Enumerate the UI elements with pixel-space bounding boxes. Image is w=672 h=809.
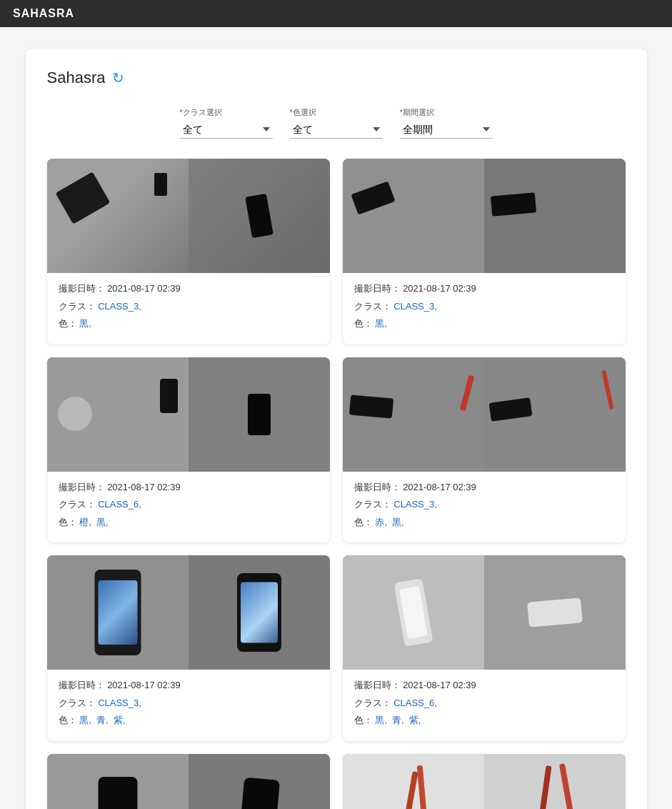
card-2-color-label: 色：: [354, 318, 373, 329]
card-5-class-value[interactable]: CLASS_3,: [98, 698, 141, 708]
color-filter-select[interactable]: 全て 黒 橙 赤 青 紫: [290, 121, 383, 139]
card-6-images: [343, 555, 626, 670]
card-3-image-left: [47, 357, 189, 472]
card-1-info: 撮影日時： 2021-08-17 02:39 クラス： CLASS_3, 色： …: [47, 273, 330, 344]
card-5-info: 撮影日時： 2021-08-17 02:39 クラス： CLASS_3, 色： …: [47, 670, 330, 741]
card-6-class-value[interactable]: CLASS_6,: [393, 698, 437, 708]
card-4-class-row: クラス： CLASS_3,: [354, 497, 614, 512]
card-6-color-row: 色： 黒, 青, 紫,: [354, 713, 614, 728]
card-4-color-red[interactable]: 赤,: [375, 517, 387, 527]
cards-grid: 撮影日時： 2021-08-17 02:39 クラス： CLASS_3, 色： …: [47, 159, 626, 809]
card-1-color-row: 色： 黒,: [59, 317, 319, 331]
card-4-color-label: 色：: [354, 517, 373, 527]
main-container: Sahasra ↻ *クラス選択 全て CLASS_3 CLASS_6 *色選択…: [26, 49, 647, 809]
card-5[interactable]: 撮影日時： 2021-08-17 02:39 クラス： CLASS_3, 色： …: [47, 555, 330, 741]
card-2-class-row: クラス： CLASS_3,: [354, 299, 614, 314]
card-3-color-label: 色：: [59, 517, 77, 527]
card-4-info: 撮影日時： 2021-08-17 02:39 クラス： CLASS_3, 色： …: [343, 472, 626, 543]
card-1-datetime: 2021-08-17 02:39: [107, 283, 181, 294]
color-filter-group: *色選択 全て 黒 橙 赤 青 紫: [290, 107, 383, 139]
card-3-class-label: クラス：: [59, 499, 96, 510]
card-7-image-right: [189, 754, 330, 810]
card-4-image-left: [343, 357, 484, 472]
card-5-datetime: 2021-08-17 02:39: [107, 680, 181, 690]
card-1-images: [47, 159, 330, 273]
card-4-class-value[interactable]: CLASS_3,: [393, 499, 437, 510]
card-1[interactable]: 撮影日時： 2021-08-17 02:39 クラス： CLASS_3, 色： …: [47, 159, 330, 344]
card-6-datetime: 2021-08-17 02:39: [403, 680, 476, 690]
card-4-datetime: 2021-08-17 02:39: [403, 482, 476, 492]
card-5-color-purple[interactable]: 紫,: [114, 715, 126, 725]
card-8-image-right: [484, 754, 626, 810]
card-3-class-value[interactable]: CLASS_6,: [98, 499, 141, 510]
card-2-info: 撮影日時： 2021-08-17 02:39 クラス： CLASS_3, 色： …: [343, 273, 626, 344]
card-4-datetime-label: 撮影日時：: [354, 482, 401, 492]
card-6-color-purple[interactable]: 紫,: [409, 715, 421, 725]
card-8-images: [343, 754, 626, 810]
card-1-color-label: 色：: [59, 318, 77, 329]
refresh-icon[interactable]: ↻: [112, 69, 124, 86]
card-1-datetime-label: 撮影日時：: [59, 283, 105, 294]
card-4-images: [343, 357, 626, 472]
class-filter-select[interactable]: 全て CLASS_3 CLASS_6: [180, 121, 273, 139]
card-8-image-left: [343, 754, 484, 810]
card-1-class-value[interactable]: CLASS_3,: [98, 301, 141, 312]
card-1-class-label: クラス：: [59, 301, 96, 312]
app-title: SAHASRA: [13, 7, 74, 19]
card-6-image-left: [343, 555, 484, 670]
card-3-datetime-label: 撮影日時：: [59, 482, 105, 492]
card-6-info: 撮影日時： 2021-08-17 02:39 クラス： CLASS_6, 色： …: [343, 670, 626, 741]
card-5-color-blue[interactable]: 青,: [96, 715, 109, 725]
color-filter-label: *色選択: [290, 107, 316, 118]
card-7[interactable]: [47, 754, 330, 810]
card-6-color-label: 色：: [354, 715, 373, 725]
card-4-image-right: [484, 357, 626, 472]
card-1-class-row: クラス： CLASS_3,: [59, 299, 319, 314]
card-2[interactable]: 撮影日時： 2021-08-17 02:39 クラス： CLASS_3, 色： …: [343, 159, 626, 344]
card-3-images: [47, 357, 330, 472]
card-8[interactable]: [343, 754, 626, 810]
card-5-image-left: [47, 555, 189, 670]
class-filter-label: *クラス選択: [180, 107, 222, 118]
card-6-datetime-row: 撮影日時： 2021-08-17 02:39: [354, 678, 614, 693]
card-2-color-row: 色： 黒,: [354, 317, 614, 331]
card-2-images: [343, 159, 626, 273]
card-3-color-orange[interactable]: 橙,: [79, 517, 91, 527]
card-5-class-label: クラス：: [59, 698, 96, 708]
card-1-image-left: [47, 159, 189, 273]
card-5-color-label: 色：: [59, 715, 77, 725]
page-title: Sahasra: [47, 69, 106, 87]
card-6-class-label: クラス：: [354, 698, 391, 708]
card-3-datetime-row: 撮影日時： 2021-08-17 02:39: [59, 480, 319, 495]
card-3-image-right: [189, 357, 330, 472]
card-3-color-black[interactable]: 黒,: [96, 517, 109, 527]
card-2-color-value[interactable]: 黒,: [375, 318, 387, 329]
card-5-color-black[interactable]: 黒,: [79, 715, 91, 725]
card-6-datetime-label: 撮影日時：: [354, 680, 401, 690]
card-2-image-left: [343, 159, 484, 273]
card-2-class-value[interactable]: CLASS_3,: [393, 301, 437, 312]
card-4-color-black[interactable]: 黒,: [392, 517, 404, 527]
card-1-color-value[interactable]: 黒,: [79, 318, 91, 329]
card-7-image-left: [47, 754, 189, 810]
filters-bar: *クラス選択 全て CLASS_3 CLASS_6 *色選択 全て 黒 橙 赤 …: [47, 107, 626, 139]
card-6-color-black[interactable]: 黒,: [375, 715, 387, 725]
card-4[interactable]: 撮影日時： 2021-08-17 02:39 クラス： CLASS_3, 色： …: [343, 357, 626, 543]
card-5-images: [47, 555, 330, 670]
card-2-image-right: [484, 159, 626, 273]
card-2-datetime-label: 撮影日時：: [354, 283, 401, 294]
card-3-info: 撮影日時： 2021-08-17 02:39 クラス： CLASS_6, 色： …: [47, 472, 330, 543]
card-5-color-row: 色： 黒, 青, 紫,: [59, 713, 319, 728]
period-filter-label: *期間選択: [400, 107, 434, 118]
card-6-color-blue[interactable]: 青,: [392, 715, 404, 725]
card-6-class-row: クラス： CLASS_6,: [354, 696, 614, 710]
card-1-image-right: [189, 159, 330, 273]
card-1-datetime-row: 撮影日時： 2021-08-17 02:39: [59, 282, 319, 296]
card-6-image-right: [484, 555, 626, 670]
card-2-datetime-row: 撮影日時： 2021-08-17 02:39: [354, 282, 614, 296]
card-3[interactable]: 撮影日時： 2021-08-17 02:39 クラス： CLASS_6, 色： …: [47, 357, 330, 543]
card-4-class-label: クラス：: [354, 499, 391, 510]
card-6[interactable]: 撮影日時： 2021-08-17 02:39 クラス： CLASS_6, 色： …: [343, 555, 626, 741]
card-3-color-row: 色： 橙, 黒,: [59, 515, 319, 530]
period-filter-select[interactable]: 全期間: [400, 121, 493, 139]
